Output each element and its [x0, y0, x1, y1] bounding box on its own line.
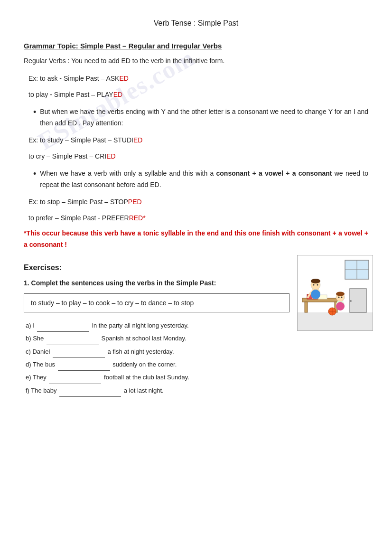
example-prefer-red: RED* [129, 214, 146, 222]
example-cry-label: to cry – Simple Past – CRI [28, 152, 106, 160]
bullet-text-2: When we have a verb with only a syllable… [40, 168, 368, 191]
example-study-red: ED [133, 136, 142, 144]
example-study: Ex: to study – Simple Past – STUDIED [28, 134, 368, 146]
sentence-d-prefix: d) The bus [26, 361, 55, 368]
example-play-red: ED [113, 91, 122, 98]
note-text: *This occur because this verb have a ton… [24, 228, 368, 251]
svg-point-26 [336, 302, 345, 310]
example-prefer-label: to prefer – Simple Past - PREFER [28, 214, 129, 222]
bullet-section-2: • When we have a verb with only a syllab… [33, 168, 368, 191]
example-play-label: to play - Simple Past – PLAY [28, 91, 113, 98]
bullet-dot-1: • [33, 106, 36, 129]
exercises-left: Exercises: 1. Complet the sentences usin… [24, 255, 289, 397]
sentence-b-suffix: Spanish at school last Monday. [102, 335, 187, 342]
svg-point-7 [350, 300, 352, 302]
sentence-b: b) She Spanish at school last Monday. [26, 332, 289, 345]
sentence-e-suffix: football at the club last Sunday. [104, 374, 189, 381]
example-stop-red: PED [128, 198, 142, 206]
example-ask-red: ED [119, 75, 128, 82]
verb-box: to study – to play – to cook – to cry – … [24, 293, 289, 312]
sentence-b-prefix: b) She [26, 335, 44, 342]
bullet-point-2: • When we have a verb with only a syllab… [33, 168, 368, 191]
svg-rect-9 [305, 302, 308, 312]
example-stop: Ex: to stop – Simple Past – STOPPED [28, 196, 368, 208]
svg-point-20 [311, 290, 320, 299]
bullet-dot-2: • [33, 168, 36, 191]
example-ask-label: Ex: to ask - Simple Past – ASK [28, 75, 119, 82]
example-prefer: to prefer – Simple Past - PREFERRED* [28, 212, 368, 224]
sentence-f: f) The baby a lot last night. [26, 384, 289, 397]
bullet-section-1: • But when we have the verbs ending with… [33, 106, 368, 129]
sentence-d-suffix: suddenly on the corner. [112, 361, 177, 368]
sentence-e-prefix: e) They [26, 374, 47, 381]
sentence-c-suffix: a fish at night yesterday. [108, 348, 174, 355]
bullet-text-1: But when we have the verbs ending with Y… [40, 106, 368, 129]
svg-point-16 [311, 279, 320, 283]
svg-point-17 [313, 284, 315, 286]
example-play: to play - Simple Past – PLAYED [28, 89, 368, 101]
svg-rect-1 [298, 312, 373, 331]
example-ask: Ex: to ask - Simple Past – ASKED [28, 73, 368, 85]
sentence-c-prefix: c) Daniel [26, 348, 50, 355]
svg-point-24 [338, 297, 340, 298]
worksheet-image [297, 255, 373, 331]
bullet2-bold: consonant + a vowel + a consonant [216, 169, 332, 177]
svg-point-18 [317, 284, 318, 286]
intro-text: Regular Verbs : You need to add ED to th… [24, 56, 368, 66]
sentence-d: d) The bus suddenly on the corner. [26, 358, 289, 371]
svg-rect-6 [350, 289, 366, 312]
sentence-a-suffix: in the party all night long yesterday. [92, 322, 189, 329]
example-study-label: Ex: to study – Simple Past – STUDI [28, 136, 133, 144]
grammar-topic-heading: Grammar Topic: Simple Past – Regular and… [24, 42, 368, 50]
example-cry: to cry – Simple Past – CRIED [28, 151, 368, 162]
bullet2-pre: When we have a verb with only a syllable… [40, 169, 216, 177]
bullet-point-1: • But when we have the verbs ending with… [33, 106, 368, 129]
sentence-f-blank[interactable] [59, 396, 121, 397]
exercises-header: Exercises: [24, 263, 289, 272]
sentence-a: a) I in the party all night long yesterd… [26, 319, 289, 332]
sentence-f-suffix: a lot last night. [124, 387, 164, 394]
exercise-instruction: 1. Complet the sentences using the verbs… [24, 278, 289, 288]
example-stop-label: Ex: to stop – Simple Past – STOP [28, 198, 128, 206]
sentence-e: e) They football at the club last Sunday… [26, 371, 289, 384]
svg-point-23 [336, 292, 345, 296]
example-cry-red: ED [106, 152, 115, 160]
sentence-a-prefix: a) I [26, 322, 35, 329]
page-title: Verb Tense : Simple Past [24, 19, 368, 28]
svg-point-25 [341, 297, 343, 298]
sentence-f-prefix: f) The baby [26, 387, 57, 394]
exercises-section: Exercises: 1. Complet the sentences usin… [24, 255, 368, 397]
sentence-c: c) Daniel a fish at night yesterday. [26, 345, 289, 358]
exercise-sentences: a) I in the party all night long yesterd… [26, 319, 289, 397]
